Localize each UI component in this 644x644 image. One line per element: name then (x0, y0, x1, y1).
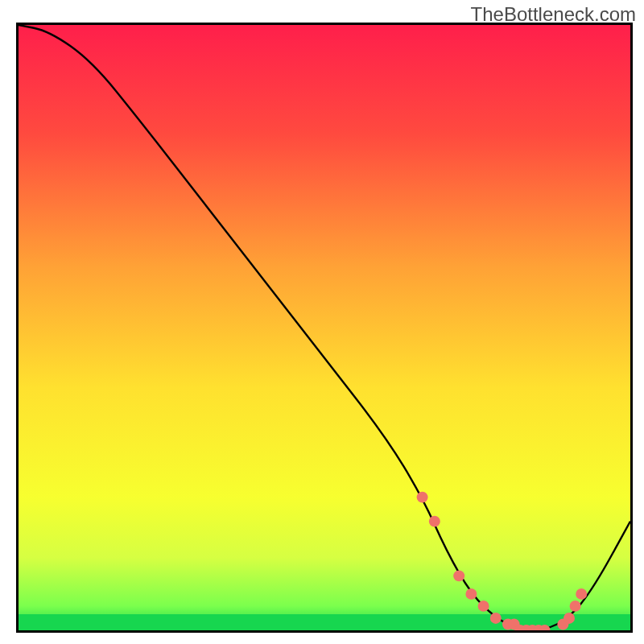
highlight-dot (490, 613, 502, 624)
highlight-dot (429, 516, 440, 527)
bottleneck-curve-path (19, 25, 630, 630)
chart-frame: TheBottleneck.com (0, 0, 644, 644)
watermark-text: TheBottleneck.com (471, 3, 636, 26)
highlight-dot (478, 601, 489, 612)
highlight-dot (576, 588, 587, 600)
highlight-dot (453, 570, 464, 581)
highlight-dot (417, 492, 428, 503)
highlight-dot (570, 601, 581, 612)
bottleneck-curve-svg (19, 25, 630, 630)
highlight-dot (465, 588, 477, 600)
plot-area (16, 23, 633, 633)
highlight-dots-group (417, 492, 588, 630)
highlight-dot (564, 613, 575, 624)
